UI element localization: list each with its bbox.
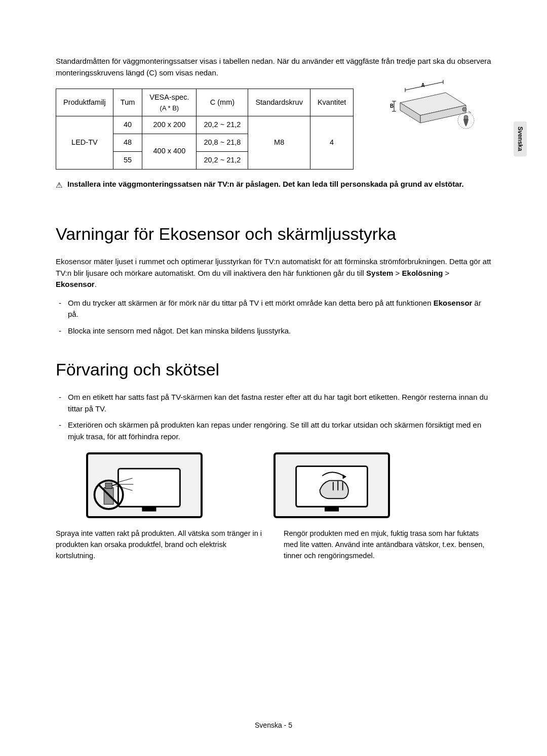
care-caption-wipe: Rengör produkten med en mjuk, fuktig tra… [284,528,491,561]
eco-paragraph: Ekosensor mäter ljuset i rummet och opti… [56,256,491,290]
svg-rect-16 [105,483,112,488]
eco-bullet1-bold: Ekosensor [434,299,473,307]
cell-c: 20,2 ~ 21,2 [197,116,248,134]
cell-inches: 48 [113,134,142,152]
eco-bullet1-pre: Om du trycker att skärmen är för mörk nä… [68,299,434,307]
care-image-wipe [274,452,390,518]
eco-system-bold: System [366,269,393,277]
cell-vesa: 400 x 400 [142,134,197,170]
th-inches: Tum [113,89,142,116]
th-family: Produktfamilj [56,89,113,116]
eco-ekolosning-bold: Ekolösning [402,269,443,277]
eco-gt2: > [443,269,449,277]
heading-storage: Förvaring och skötsel [56,357,491,383]
page-footer: Svenska - 5 [0,720,547,731]
care-images-row [56,452,491,518]
footer-sep: - [282,721,288,729]
care-captions-row: Spraya inte vatten rakt på produkten. Al… [56,528,491,561]
cell-vesa: 200 x 200 [142,116,197,134]
eco-bullet2-pre: Blocka inte sensorn med något. Det kan m… [68,326,291,335]
vesa-spec-table: Produktfamilj Tum VESA-spec. (A * B) C (… [56,89,354,170]
eco-bullet-list: Om du trycker att skärmen är för mörk nä… [56,298,491,337]
th-qty: Kvantitet [310,89,353,116]
heading-eco: Varningar för Ekosensor och skärmljussty… [56,221,491,247]
eco-period: . [95,280,97,288]
list-item: Blocka inte sensorn med något. Det kan m… [56,325,491,337]
cell-screw: M8 [248,116,310,169]
svg-point-11 [464,115,468,119]
footer-lang: Svenska [255,721,282,729]
table-header-row: Produktfamilj Tum VESA-spec. (A * B) C (… [56,89,354,116]
th-vesa: VESA-spec. (A * B) [142,89,197,116]
table-row: LED-TV 40 200 x 200 20,2 ~ 21,2 M8 4 [56,116,354,134]
eco-ekosensor-bold: Ekosensor [56,280,95,288]
care-caption-spray: Spraya inte vatten rakt på produkten. Al… [56,528,263,561]
list-item: Om du trycker att skärmen är för mörk nä… [56,298,491,320]
cell-inches: 40 [113,116,142,134]
diagram-label-b: B [390,103,394,109]
cell-family: LED-TV [56,116,113,169]
svg-point-10 [462,107,466,111]
cell-c: 20,8 ~ 21,8 [197,134,248,152]
svg-rect-13 [118,469,180,507]
list-item: Om en etikett har satts fast på TV-skärm… [56,392,491,414]
th-vesa-top: VESA-spec. [149,93,189,101]
warning-block: ⚠ Installera inte väggmonteringssatsen n… [56,179,491,191]
cell-inches: 55 [113,151,142,169]
storage-bullet-list: Om en etikett har satts fast på TV-skärm… [56,392,491,442]
footer-page: 5 [288,721,292,729]
th-screw: Standardskruv [248,89,310,116]
intro-paragraph: Standardmåtten för väggmonteringssatser … [56,56,491,78]
th-vesa-sub: (A * B) [149,103,189,113]
care-image-spray [86,452,203,518]
svg-rect-23 [325,507,339,511]
warning-text: Installera inte väggmonteringssatsen när… [67,179,491,190]
vesa-mount-diagram: A B [390,85,476,136]
list-item: Exteriören och skärmen på produkten kan … [56,419,491,442]
cell-c: 20,2 ~ 21,2 [197,151,248,169]
cell-qty: 4 [310,116,353,169]
th-c: C (mm) [197,89,248,116]
eco-gt1: > [393,269,402,277]
diagram-label-a: A [421,82,424,88]
warning-icon: ⚠ [56,180,62,191]
svg-rect-14 [142,507,156,511]
language-tab: Svenska [514,121,527,156]
